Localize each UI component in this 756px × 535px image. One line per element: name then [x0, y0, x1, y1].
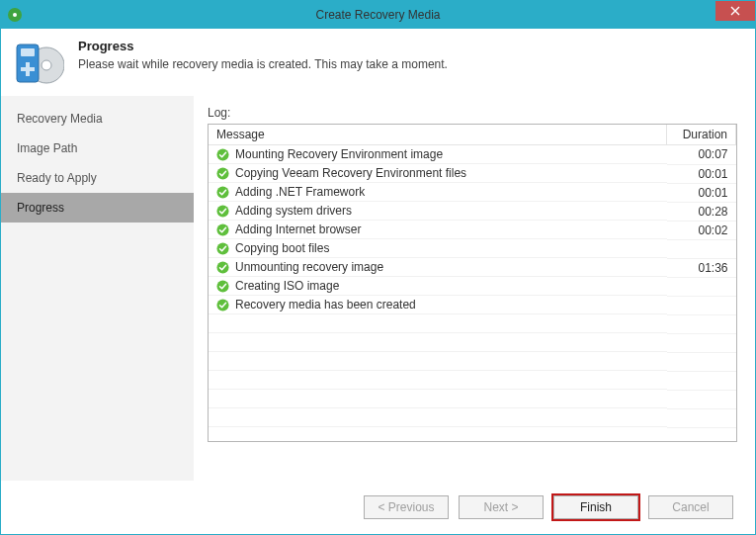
- log-duration: [667, 277, 736, 296]
- log-duration: 00:28: [667, 202, 736, 221]
- sidebar-item-recovery-media[interactable]: Recovery Media: [1, 104, 194, 134]
- col-message[interactable]: Message: [209, 125, 667, 145]
- sidebar-item-progress[interactable]: Progress: [1, 193, 194, 223]
- table-row: Adding Internet browser00:02: [209, 221, 736, 239]
- table-row: Mounting Recovery Environment image00:07: [209, 145, 736, 165]
- wizard-header: Progress Please wait while recovery medi…: [1, 29, 755, 96]
- finish-button[interactable]: Finish: [553, 495, 638, 519]
- svg-point-8: [216, 148, 228, 160]
- log-table: Message Duration Mounting Recovery Envir…: [209, 125, 736, 442]
- sidebar-item-image-path[interactable]: Image Path: [1, 134, 194, 163]
- table-row: [209, 333, 736, 352]
- table-row: [209, 427, 736, 442]
- log-message-text: Copying Veeam Recovery Environment files: [235, 166, 466, 180]
- wizard-body: Recovery Media Image Path Ready to Apply…: [1, 96, 755, 481]
- table-row: Copying Veeam Recovery Environment files…: [209, 164, 736, 183]
- sidebar: Recovery Media Image Path Ready to Apply…: [1, 96, 194, 481]
- log-message: Mounting Recovery Environment image: [209, 145, 667, 164]
- log-message: Recovery media has been created: [209, 296, 667, 314]
- app-icon: [8, 8, 22, 22]
- header-heading: Progress: [78, 39, 448, 53]
- log-duration: 00:01: [667, 183, 736, 202]
- wizard-footer: < Previous Next > Finish Cancel: [1, 481, 755, 534]
- svg-rect-5: [21, 48, 35, 56]
- table-row: [209, 390, 736, 408]
- log-duration: 00:07: [667, 145, 736, 165]
- svg-point-1: [13, 13, 17, 17]
- recovery-media-icon: [15, 39, 64, 88]
- svg-point-9: [216, 167, 228, 179]
- log-message-text: Mounting Recovery Environment image: [235, 147, 443, 161]
- log-message-text: Adding Internet browser: [235, 223, 361, 236]
- svg-point-13: [216, 242, 228, 254]
- next-button: Next >: [459, 495, 544, 519]
- log-message: Unmounting recovery image: [209, 258, 667, 277]
- log-message-text: Creating ISO image: [235, 279, 339, 293]
- svg-point-3: [42, 60, 51, 70]
- col-duration[interactable]: Duration: [667, 125, 736, 145]
- svg-rect-7: [21, 67, 35, 71]
- log-message-text: Copying boot files: [235, 241, 329, 255]
- cancel-button: Cancel: [648, 495, 733, 519]
- previous-button: < Previous: [364, 495, 449, 519]
- log-message-text: Recovery media has been created: [235, 298, 416, 312]
- log-message: Adding system drivers: [209, 202, 667, 221]
- log-message: Adding .NET Framework: [209, 183, 667, 202]
- titlebar: Create Recovery Media: [1, 1, 755, 29]
- svg-point-10: [216, 186, 228, 198]
- log-duration: 01:36: [667, 258, 736, 277]
- log-duration: [667, 296, 736, 314]
- sidebar-item-ready-to-apply[interactable]: Ready to Apply: [1, 163, 194, 193]
- window-title: Create Recovery Media: [1, 8, 755, 22]
- table-row: Unmounting recovery image01:36: [209, 258, 736, 277]
- log-duration: 00:02: [667, 221, 736, 239]
- table-row: Creating ISO image: [209, 277, 736, 296]
- svg-point-12: [216, 223, 228, 235]
- svg-point-16: [216, 299, 228, 311]
- svg-point-14: [216, 261, 228, 273]
- log-duration: [667, 239, 736, 258]
- table-row: [209, 371, 736, 390]
- log-message-text: Unmounting recovery image: [235, 260, 383, 274]
- table-row: [209, 314, 736, 333]
- wizard-window: Create Recovery Media Progress Please wa…: [0, 0, 756, 535]
- log-message: Copying Veeam Recovery Environment files: [209, 164, 667, 183]
- log-message: Copying boot files: [209, 239, 667, 258]
- header-text: Progress Please wait while recovery medi…: [78, 39, 448, 88]
- svg-point-15: [216, 280, 228, 292]
- log-duration: 00:01: [667, 164, 736, 183]
- main-panel: Log: Message Duration Mounting Recovery …: [194, 96, 755, 481]
- table-row: Recovery media has been created: [209, 296, 736, 314]
- table-row: Copying boot files: [209, 239, 736, 258]
- svg-point-11: [216, 205, 228, 217]
- table-row: [209, 352, 736, 371]
- table-row: Adding .NET Framework00:01: [209, 183, 736, 202]
- table-row: Adding system drivers00:28: [209, 202, 736, 221]
- table-row: [209, 408, 736, 427]
- log-message-text: Adding .NET Framework: [235, 185, 365, 199]
- log-label: Log:: [208, 106, 737, 120]
- log-message: Creating ISO image: [209, 277, 667, 296]
- log-message: Adding Internet browser: [209, 221, 667, 239]
- close-button[interactable]: [715, 1, 755, 21]
- header-subtext: Please wait while recovery media is crea…: [78, 57, 448, 71]
- log-message-text: Adding system drivers: [235, 204, 352, 218]
- log-box: Message Duration Mounting Recovery Envir…: [208, 124, 737, 442]
